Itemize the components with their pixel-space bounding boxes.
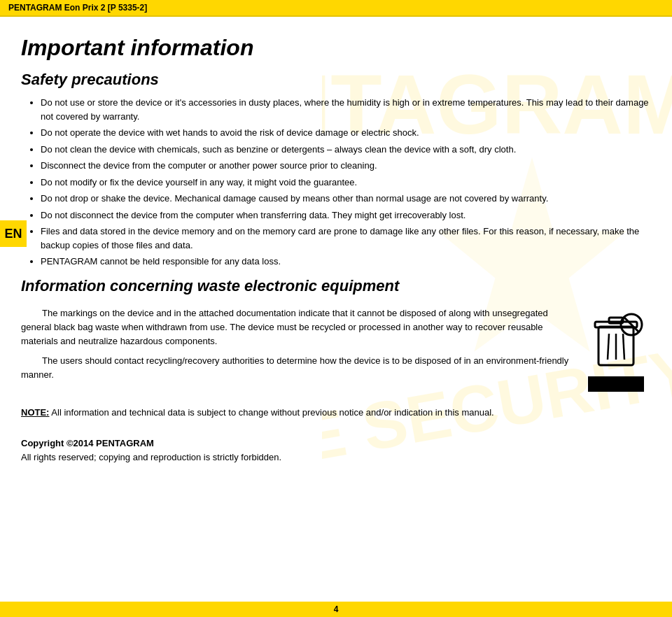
note-label: NOTE: [21,407,49,418]
note-text: All information and technical data is su… [49,407,493,418]
copyright-section: Copyright ©2014 PENTAGRAM All rights res… [21,437,651,466]
list-item: Do not operate the device with wet hands… [41,126,651,140]
note-section: NOTE: All information and technical data… [21,406,651,420]
product-title: PENTAGRAM Eon Prix 2 [P 5335-2] [8,3,147,13]
page-title: Important information [21,35,651,61]
list-item: Files and data stored in the device memo… [41,225,651,252]
copyright-line1: Copyright ©2014 PENTAGRAM [21,437,651,451]
copyright-line2: All rights reserved; copying and reprodu… [21,451,651,465]
list-item: Do not modify or fix the device yourself… [41,176,651,190]
waste-para2: The users should contact recycling/recov… [21,354,570,382]
weee-black-bar [588,376,644,392]
svg-line-6 [623,334,624,360]
list-item: Do not drop or shake the device. Mechani… [41,192,651,206]
safety-heading: Safety precautions [21,71,651,89]
list-item: Do not disconnect the device from the co… [41,208,651,222]
list-item: PENTAGRAM cannot be held responsible for… [41,255,651,269]
bottom-bar: 4 [0,602,672,617]
svg-line-4 [608,334,609,360]
list-item: Do not use or store the device or it's a… [41,96,651,123]
en-badge-text: EN [4,227,22,241]
waste-para1: The markings on the device and in the at… [21,306,570,348]
page-number: 4 [334,604,339,614]
list-item: Do not clean the device with chemicals, … [41,143,651,157]
en-badge: EN [0,220,27,247]
waste-text-col: The markings on the device and in the at… [21,306,570,388]
waste-icon-col [581,306,651,392]
waste-section: The markings on the device and in the at… [21,306,651,392]
top-bar: PENTAGRAM Eon Prix 2 [P 5335-2] [0,0,672,17]
safety-bullets-list: Do not use or store the device or it's a… [21,96,651,269]
list-item: Disconnect the device from the computer … [41,159,651,173]
main-content: Important information Safety precautions… [0,17,672,493]
waste-heading: Information concerning waste electronic … [21,277,651,295]
weee-icon [588,309,644,372]
